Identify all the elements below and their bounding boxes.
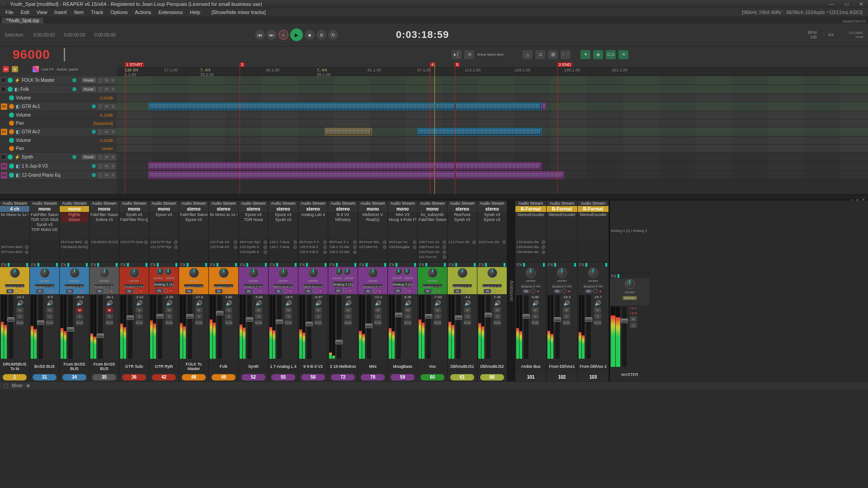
pause-button[interactable]: ⏸	[316, 30, 326, 40]
mixer-channel[interactable]: Audio Stream stereo Syrah v3Epure v3 103…	[477, 201, 507, 381]
mixer-channel[interactable]: Audio Stream stereo Analog Lab 4 98:From…	[298, 201, 328, 381]
media-clip[interactable]	[148, 103, 542, 110]
mixer-close[interactable]: ✕	[862, 197, 865, 202]
close-button[interactable]: ✕	[856, 1, 866, 7]
menu-options[interactable]: Options	[107, 9, 131, 15]
toolbar-icon-4[interactable]: ⊃	[535, 50, 545, 59]
color-icon[interactable]	[33, 66, 39, 72]
menu-actions[interactable]: Actions	[131, 9, 155, 15]
maximize-button[interactable]: ▭	[841, 1, 852, 7]
track-row[interactable]: Pan[bypassed]	[0, 119, 117, 127]
toolbar-icon-g2[interactable]: ◈	[593, 50, 603, 59]
mixer-channel[interactable]: Audio Stream mono Syrah v3FabFilter Pro-…	[119, 201, 149, 381]
skip-end-button[interactable]: ⏭	[267, 30, 277, 40]
arrange-lane[interactable]	[117, 85, 868, 94]
master-mute-chip[interactable]: M	[3, 66, 9, 72]
arrange-lane[interactable]	[117, 153, 868, 162]
mixer-channel[interactable]: Audio Stream B-Format StereoEncoder FX c…	[547, 201, 578, 381]
mixer-channel[interactable]: Audio Stream mono Epure v3 130:GTR Ryt13…	[149, 201, 179, 381]
menu-edit[interactable]: Edit	[17, 9, 33, 15]
mixer-channel[interactable]: Audio Stream mono FabFilter SaturnTDR VO…	[30, 201, 60, 381]
bpm-display[interactable]: BPM 138	[808, 30, 821, 39]
track-row[interactable]: Volume-3.19dB	[0, 111, 117, 119]
arrange-lane[interactable]	[117, 162, 868, 171]
project-tab[interactable]: *Youth_Spat.rpp	[2, 18, 43, 23]
tempo-display[interactable]: 96000	[13, 47, 50, 62]
arrange-lane[interactable]	[117, 94, 868, 102]
arrange-lane[interactable]	[117, 76, 868, 85]
arrange-lane[interactable]	[117, 136, 868, 145]
play-button[interactable]: ▶	[290, 28, 303, 41]
track-row[interactable]: ⚡SynthRoute│MS	[0, 153, 117, 162]
marker[interactable]: 1 START	[125, 62, 144, 67]
track-row[interactable]: 50◧GTR Ac1│MS	[0, 102, 117, 111]
mixer-channel[interactable]: Audio Stream stereo B-3 V2MRotary 95:Fro…	[328, 201, 358, 381]
toolbar-icon-g4[interactable]: ✕	[618, 50, 628, 59]
mixer-channel[interactable]: Audio Stream stereo ReaTuneSyrah v3 111:…	[448, 201, 477, 381]
link-fx-button[interactable]: Link FX	[42, 67, 54, 71]
record-button[interactable]: ●	[278, 30, 288, 40]
arrange-lane[interactable]	[117, 171, 868, 180]
monitor-fx-button[interactable]: MONITOR FX	[840, 19, 868, 23]
menu-help[interactable]: Help	[186, 9, 204, 15]
mixer-channel[interactable]: Audio Stream stereo FabFilter SaturnEpur…	[179, 201, 209, 381]
mixer-channel[interactable]: Audio Stream mono bx_subsynthFabFilter S…	[418, 201, 448, 381]
media-clip[interactable]	[542, 103, 546, 110]
ruler[interactable]: 1 START3452 END 138 4/41.1.0017.1.007, 4…	[117, 62, 868, 76]
toolbar-icon-1[interactable]: ▸│	[452, 50, 462, 59]
autom-panel-button[interactable]: Autom. panel	[57, 67, 78, 71]
media-clip[interactable]	[148, 162, 542, 170]
track-row[interactable]: ◧FolkRoute│MS	[0, 85, 117, 94]
loop-button[interactable]: ↻	[328, 30, 338, 40]
menu-insert[interactable]: Insert	[51, 9, 71, 15]
track-row[interactable]: 54◧12-Grand Piano Eq│MS	[0, 171, 117, 180]
status-icon[interactable]	[4, 384, 8, 388]
toolbar-icon-g1[interactable]: ✦	[580, 50, 590, 59]
minimize-button[interactable]: —	[826, 1, 837, 7]
mixer-channel[interactable]: Audio Stream stereo Epure v3Syrah v3 134…	[269, 201, 298, 381]
mixer-label[interactable]: Mixer	[12, 383, 23, 388]
arrange-lane[interactable]	[117, 102, 868, 111]
marker[interactable]: 5	[455, 62, 460, 67]
arrange-lane[interactable]	[117, 127, 868, 136]
mixer-channel[interactable]: Audio Stream B-Format StereoEncoder FX c…	[578, 201, 609, 381]
toolbar-icon-g3[interactable]: ⊂⊃	[606, 50, 616, 59]
arrange-lane[interactable]	[117, 119, 868, 127]
menu-file[interactable]: File	[2, 9, 17, 15]
mixer-channel[interactable]: Audio Stream mono PigPieDistox 35:From B…	[60, 201, 90, 381]
takes-lane-label[interactable]: Show takes lane	[477, 52, 504, 56]
menu-view[interactable]: View	[33, 9, 51, 15]
menu-item[interactable]: Item	[71, 9, 87, 15]
marker[interactable]: 3	[240, 62, 245, 67]
mixer-channel[interactable]: Audio Stream mono FabFilter SaturnSolera…	[90, 201, 119, 381]
track-row[interactable]: Pancenter	[0, 145, 117, 153]
track-row[interactable]: Volume-1.00dB	[0, 136, 117, 145]
master-solo-chip[interactable]: S	[12, 66, 18, 72]
stop-button[interactable]: ■	[305, 30, 315, 40]
mixer-plus[interactable]: +	[856, 197, 859, 202]
media-clip[interactable]	[148, 171, 564, 179]
toolbar-icon-3[interactable]: ⌂	[523, 50, 533, 59]
track-row[interactable]: 51◧GTR Ac2│MS	[0, 127, 117, 136]
toolbar-icon-5[interactable]: ⊞	[548, 50, 558, 59]
mixer-channel[interactable]: Audio Stream mono Mellotron VReaEQ 96:Fr…	[358, 201, 388, 381]
mixer-channel[interactable]: Audio Stream stereo 8x Mono to 1x Ste 13…	[209, 201, 239, 381]
mixer-channel[interactable]: Audio Stream mono Mini V3Moog 4-Pole Fil…	[388, 201, 418, 381]
track-row[interactable]: 53◧1 5-Jup-8 V3│MS	[0, 162, 117, 171]
playhead[interactable]	[434, 62, 435, 194]
media-clip[interactable]	[325, 128, 372, 136]
arrange-lane[interactable]	[117, 111, 868, 119]
toolbar-icon-2[interactable]: ⤨	[464, 50, 474, 59]
arrange-lane[interactable]	[117, 145, 868, 153]
arrange-scrollbar[interactable]	[0, 194, 868, 199]
mixer-channel[interactable]: Audio Stream stereo Epure v3TDR Nova 99:…	[239, 201, 269, 381]
toolbar-icon-6[interactable]: ⋮⋮	[561, 50, 571, 59]
mixer-minus[interactable]: −	[850, 197, 853, 202]
menu-track[interactable]: Track	[87, 9, 107, 15]
timecode-display[interactable]: 0:03:18:59	[396, 29, 449, 41]
mixer-channel[interactable]: Audio Stream B-Format StereoEncoder 139:…	[515, 201, 547, 381]
skip-start-button[interactable]: ⏮	[255, 30, 265, 40]
audio-device-info[interactable]: [96kHz 24bit WAV : 36/36ch 1024spls ~10/…	[738, 9, 866, 15]
master-channel[interactable]: Analog 1 [1] / Analog 2 FX center MONO +…	[609, 201, 650, 381]
arrange-view[interactable]: 1 START3452 END 138 4/41.1.0017.1.007, 4…	[117, 62, 868, 194]
